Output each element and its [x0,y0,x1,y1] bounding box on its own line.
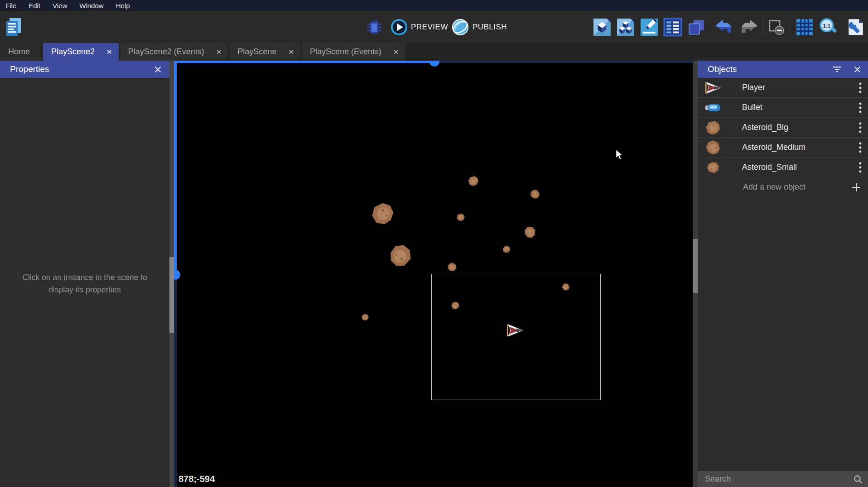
scene-properties-button[interactable] [845,11,865,43]
publish-button[interactable] [451,11,469,43]
menu-view[interactable]: View [53,2,67,10]
objects-editor-button[interactable] [592,11,612,43]
instances-list-button[interactable] [663,11,683,43]
properties-panel-title: Properties [10,64,49,74]
objects-search-input[interactable] [705,474,854,484]
toggle-grid-button[interactable] [795,11,815,43]
toolbar-separator [842,17,842,37]
empty-message-line2: display its properties [18,284,151,296]
deselect-all-button[interactable] [766,11,786,43]
deselect-all-icon [767,18,786,37]
tab-playscene2[interactable]: PlayScene2 ✕ [43,43,119,61]
asteroid-icon [704,119,722,136]
plus-icon [852,183,861,192]
right-scrollbar[interactable] [693,61,698,487]
publish-button-label-wrap[interactable]: PUBLISH [471,11,508,43]
canvas-top-scroll-indicator-rest [434,61,693,63]
properties-panel-header: Properties [0,61,169,78]
canvas-left-scroll-indicator [174,61,177,275]
menu-edit[interactable]: Edit [29,2,40,10]
undo-button[interactable] [714,11,734,43]
menu-window[interactable]: Window [79,2,103,10]
project-manager-icon [5,17,23,37]
close-icon[interactable] [854,66,861,73]
properties-editor-button[interactable] [639,11,659,43]
menu-file[interactable]: File [5,2,16,10]
object-groups-button[interactable] [616,11,636,43]
menu-bar: File Edit View Window Help [0,0,868,11]
objects-panel: Objects Player [698,61,868,487]
object-name: Bullet [742,103,762,112]
debugger-bug-icon [365,18,383,36]
objects-panel-title: Objects [708,64,737,74]
tab-close-icon[interactable]: ✕ [393,48,399,56]
asteroid-instance[interactable] [372,203,394,224]
tab-label: PlayScene (Events) [310,47,381,57]
properties-panel: Properties Click on an instance in the s… [0,61,169,487]
object-menu-icon[interactable] [859,162,862,173]
object-row-asteroid-big[interactable]: Asteroid_Big [698,118,868,138]
add-object-label: Add a new object [743,182,805,192]
right-scrollbar-thumb[interactable] [693,239,698,293]
tab-playscene-events[interactable]: PlayScene (Events) ✕ [302,43,405,61]
object-row-asteroid-medium[interactable]: Asteroid_Medium [698,138,868,158]
redo-button[interactable] [738,11,758,43]
tab-playscene[interactable]: PlayScene ✕ [229,43,300,61]
asteroid-instance[interactable] [502,245,511,254]
asteroid-instance[interactable] [387,242,414,269]
redo-icon [739,19,758,36]
toolbar-separator [762,17,762,37]
asteroid-instance[interactable] [468,175,480,187]
publish-globe-icon [451,18,469,36]
object-menu-icon[interactable] [859,82,862,93]
object-menu-icon[interactable] [859,122,862,133]
zoom-ratio-label: 1:1 [823,23,831,29]
search-icon[interactable] [854,475,863,484]
filter-icon[interactable] [833,66,841,72]
tab-home[interactable]: Home [0,43,42,61]
tab-close-icon[interactable]: ✕ [106,48,112,56]
instances-list-icon [663,18,682,37]
preview-button-label-wrap[interactable]: PREVIEW [410,11,449,43]
asteroid-instance[interactable] [522,224,538,240]
tab-label: Home [8,47,30,57]
object-name: Asteroid_Small [742,162,797,172]
tab-close-icon[interactable]: ✕ [288,48,294,56]
cursor-coordinates: 878;-594 [178,474,215,484]
asteroid-instance[interactable] [530,189,540,199]
objects-editor-icon [593,18,612,37]
mouse-cursor [615,149,624,161]
debugger-button[interactable] [364,11,384,43]
preview-button[interactable] [391,11,408,43]
tab-bar: Home PlayScene2 ✕ PlayScene2 (Events) ✕ … [0,43,868,61]
tab-close-icon[interactable]: ✕ [216,48,222,56]
grid-icon [795,18,814,37]
tab-label: PlayScene [237,47,276,57]
canvas-top-scroll-indicator [174,61,434,63]
object-name: Player [742,83,765,92]
add-object-button[interactable]: Add a new object [698,177,868,197]
tab-playscene2-events[interactable]: PlayScene2 (Events) ✕ [120,43,228,61]
scene-canvas[interactable]: 878;-594 [174,61,693,487]
zoom-original-button[interactable]: 1:1 [818,11,838,43]
object-row-player[interactable]: Player [698,78,868,98]
object-row-bullet[interactable]: Bullet [698,98,868,118]
camera-border [431,274,601,400]
left-scrollbar[interactable] [169,61,174,487]
object-row-asteroid-small[interactable]: Asteroid_Small [698,158,868,177]
undo-icon [715,19,734,36]
scene-properties-wrench-icon [846,18,865,37]
layers-editor-button[interactable] [686,11,706,43]
object-menu-icon[interactable] [859,102,862,113]
left-scrollbar-thumb[interactable] [169,257,174,333]
asteroid-instance[interactable] [455,212,466,223]
menu-help[interactable]: Help [116,2,130,10]
project-manager-button[interactable] [3,11,24,43]
object-name: Asteroid_Big [742,123,788,132]
player-ship-icon [704,80,722,96]
asteroid-instance[interactable] [446,261,458,273]
object-menu-icon[interactable] [859,142,862,153]
gdevelop-window: File Edit View Window Help [0,0,868,487]
asteroid-instance[interactable] [360,312,370,322]
close-icon[interactable] [154,66,161,73]
